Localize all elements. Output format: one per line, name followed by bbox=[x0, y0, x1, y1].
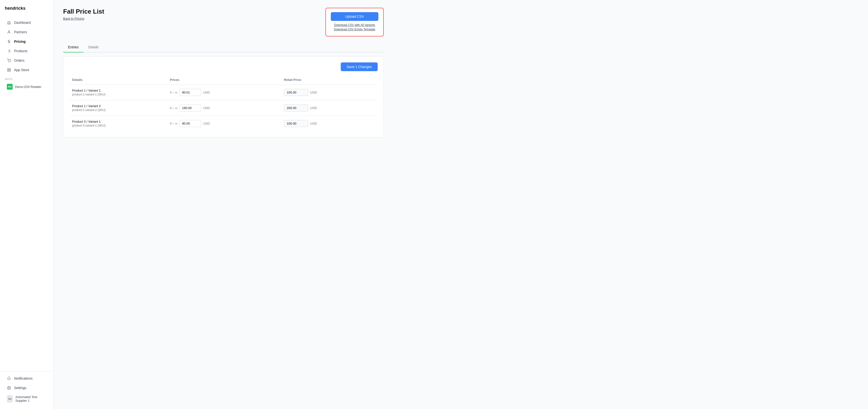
range-label-2: 0 – ∞ bbox=[170, 122, 177, 125]
sidebar-item-orders[interactable]: Orders bbox=[2, 56, 51, 65]
price-input-2[interactable] bbox=[179, 120, 201, 127]
sidebar-app-label-demo-edi: Demo EDI Retailer bbox=[15, 85, 41, 89]
home-icon bbox=[7, 21, 11, 25]
download-csv-all-variants-link[interactable]: Download CSV with All Variants bbox=[331, 23, 378, 27]
retail-currency-label-0: USD bbox=[310, 91, 317, 94]
cell-retail-1: USD bbox=[281, 100, 378, 116]
sidebar-app-demo-edi[interactable]: EDI Demo EDI Retailer bbox=[2, 82, 51, 92]
price-table-body: Product 1 / Variant 1 product-1-variant-… bbox=[69, 85, 378, 131]
download-csv-empty-template-link[interactable]: Download CSV Empty Template bbox=[331, 28, 378, 31]
sidebar-nav: Dashboard Partners Pricing Products Orde… bbox=[0, 16, 53, 371]
col-details: Details bbox=[69, 76, 167, 85]
col-prices: Prices bbox=[167, 76, 281, 85]
sidebar-item-label-pricing: Pricing bbox=[14, 40, 26, 43]
pricing-icon bbox=[7, 39, 11, 44]
products-icon bbox=[7, 49, 11, 53]
sidebar-item-label-products: Products bbox=[14, 49, 27, 53]
sidebar-user[interactable]: Au Automated Test Supplier 1 bbox=[2, 393, 51, 405]
sidebar-item-label-appstore: App Store bbox=[14, 68, 29, 72]
svg-point-14 bbox=[8, 387, 9, 388]
save-changes-row: Save 1 Changes bbox=[69, 62, 378, 71]
sidebar-item-products[interactable]: Products bbox=[2, 46, 51, 56]
currency-label-0: USD bbox=[203, 91, 210, 94]
price-input-1[interactable] bbox=[179, 104, 201, 112]
appstore-icon bbox=[7, 68, 11, 72]
cell-prices-1: 0 – ∞ USD bbox=[167, 100, 281, 116]
price-input-0[interactable] bbox=[179, 89, 201, 96]
svg-rect-12 bbox=[7, 70, 9, 71]
cell-prices-2: 0 – ∞ USD bbox=[167, 116, 281, 131]
retail-price-input-2[interactable] bbox=[284, 120, 308, 127]
page-header: Fall Price List Back to Pricing Upload C… bbox=[63, 8, 384, 36]
col-retail-price: Retail Price bbox=[281, 76, 378, 85]
sidebar-user-label: Automated Test Supplier 1 bbox=[15, 395, 46, 403]
product-name-0: Product 1 / Variant 1 bbox=[72, 89, 164, 92]
table-row: Product 1 / Variant 2 product-1-variant-… bbox=[69, 100, 378, 116]
svg-point-0 bbox=[8, 31, 9, 32]
cell-retail-2: USD bbox=[281, 116, 378, 131]
sidebar-item-label-partners: Partners bbox=[14, 30, 27, 34]
tab-details[interactable]: Details bbox=[84, 42, 104, 53]
sidebar-item-appstore[interactable]: App Store bbox=[2, 65, 51, 74]
product-sku-2: product-3-variant-1 (SKU) bbox=[72, 124, 164, 127]
sidebar-item-label-orders: Orders bbox=[14, 59, 25, 62]
upload-csv-button[interactable]: Upload CSV bbox=[331, 12, 378, 21]
bell-icon bbox=[7, 376, 11, 381]
entries-content-card: Save 1 Changes Details Prices Retail Pri… bbox=[63, 56, 384, 137]
orders-icon bbox=[7, 58, 11, 63]
price-table: Details Prices Retail Price Product 1 / … bbox=[69, 76, 378, 131]
user-avatar: Au bbox=[7, 395, 13, 403]
cell-retail-0: USD bbox=[281, 85, 378, 100]
svg-rect-11 bbox=[9, 68, 10, 70]
gear-icon bbox=[7, 386, 11, 390]
page-title: Fall Price List bbox=[63, 8, 104, 15]
currency-label-1: USD bbox=[203, 106, 210, 110]
sidebar-item-label-dashboard: Dashboard bbox=[14, 21, 31, 25]
main-content: Fall Price List Back to Pricing Upload C… bbox=[54, 0, 868, 409]
cell-details-2: Product 3 / Variant 1 product-3-variant-… bbox=[69, 116, 167, 131]
retail-currency-label-2: USD bbox=[310, 122, 317, 125]
svg-rect-10 bbox=[7, 68, 9, 70]
price-table-header: Details Prices Retail Price bbox=[69, 76, 378, 85]
app-avatar-demo-edi: EDI bbox=[7, 84, 12, 90]
range-label-0: 0 – ∞ bbox=[170, 91, 177, 94]
cell-details-1: Product 1 / Variant 2 product-1-variant-… bbox=[69, 100, 167, 116]
cell-details-0: Product 1 / Variant 1 product-1-variant-… bbox=[69, 85, 167, 100]
sidebar-item-label-notifications: Notifications bbox=[14, 376, 33, 380]
svg-rect-13 bbox=[9, 70, 10, 71]
svg-point-9 bbox=[10, 62, 10, 62]
brand-logo: hendricks bbox=[0, 0, 53, 16]
retail-price-input-1[interactable] bbox=[284, 104, 308, 112]
sidebar-item-pricing[interactable]: Pricing bbox=[2, 37, 51, 46]
sidebar-item-partners[interactable]: Partners bbox=[2, 27, 51, 37]
currency-label-2: USD bbox=[203, 122, 210, 125]
tab-entries[interactable]: Entries bbox=[63, 42, 84, 53]
upload-csv-box: Upload CSV Download CSV with All Variant… bbox=[326, 8, 384, 36]
apps-section-label: Apps bbox=[0, 75, 53, 82]
sidebar: hendricks Dashboard Partners Pricing Pro… bbox=[0, 0, 54, 409]
sidebar-bottom: Notifications Settings Au Automated Test… bbox=[0, 371, 53, 409]
retail-currency-label-1: USD bbox=[310, 106, 317, 110]
sidebar-item-settings[interactable]: Settings bbox=[2, 383, 51, 392]
product-name-1: Product 1 / Variant 2 bbox=[72, 104, 164, 108]
sidebar-item-label-settings: Settings bbox=[14, 386, 27, 390]
sidebar-item-dashboard[interactable]: Dashboard bbox=[2, 18, 51, 27]
product-name-2: Product 3 / Variant 1 bbox=[72, 120, 164, 123]
page-title-section: Fall Price List Back to Pricing bbox=[63, 8, 104, 21]
tabs-container: Entries Details bbox=[63, 42, 384, 53]
back-to-pricing-link[interactable]: Back to Pricing bbox=[63, 17, 84, 21]
cell-prices-0: 0 – ∞ USD bbox=[167, 85, 281, 100]
table-row: Product 3 / Variant 1 product-3-variant-… bbox=[69, 116, 378, 131]
person-icon bbox=[7, 30, 11, 34]
range-label-1: 0 – ∞ bbox=[170, 106, 177, 110]
retail-price-input-0[interactable] bbox=[284, 89, 308, 96]
sidebar-item-notifications[interactable]: Notifications bbox=[2, 374, 51, 383]
save-changes-button[interactable]: Save 1 Changes bbox=[341, 62, 378, 71]
table-row: Product 1 / Variant 1 product-1-variant-… bbox=[69, 85, 378, 100]
product-sku-1: product-1-variant-2 (SKU) bbox=[72, 108, 164, 112]
product-sku-0: product-1-variant-1 (SKU) bbox=[72, 93, 164, 96]
